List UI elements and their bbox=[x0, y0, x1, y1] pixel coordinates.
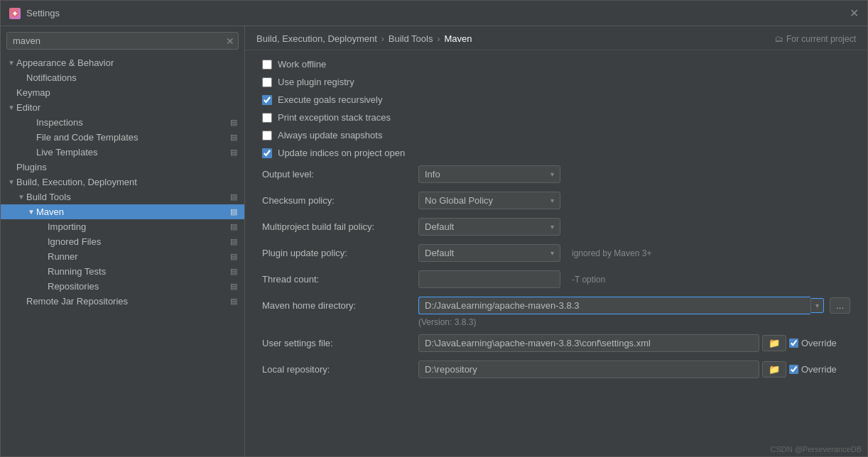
use-plugin-registry-label[interactable]: Use plugin registry bbox=[278, 77, 354, 87]
output-level-dropdown[interactable]: Info ▾ bbox=[418, 165, 560, 183]
local-repository-input[interactable] bbox=[418, 360, 759, 378]
project-icon: 🗂 bbox=[775, 34, 783, 44]
checksum-policy-control: No Global Policy ▾ bbox=[418, 192, 560, 209]
main-content: ✕ ▼ Appearance & Behavior Notifications bbox=[1, 26, 867, 456]
user-settings-file-control: 📁 Override bbox=[418, 334, 837, 352]
always-update-snapshots-label[interactable]: Always update snapshots bbox=[278, 130, 382, 141]
save-icon: ▤ bbox=[229, 237, 239, 246]
always-update-snapshots-checkbox[interactable] bbox=[262, 131, 272, 141]
local-repository-label: Local repository: bbox=[262, 364, 418, 375]
close-button[interactable]: ✕ bbox=[850, 8, 859, 19]
execute-goals-recursively-label[interactable]: Execute goals recursively bbox=[278, 94, 382, 105]
watermark: CSDN @PerseveranceDB bbox=[770, 445, 862, 453]
search-clear-icon[interactable]: ✕ bbox=[226, 35, 234, 47]
checkbox-row-update-indices: Update indices on project open bbox=[262, 148, 850, 158]
sidebar-item-running-tests[interactable]: Running Tests ▤ bbox=[1, 264, 244, 279]
plugin-update-hint: ignored by Maven 3+ bbox=[572, 248, 651, 258]
print-exception-stack-traces-checkbox[interactable] bbox=[262, 113, 272, 123]
titlebar: Settings ✕ bbox=[1, 1, 867, 26]
checkbox-row-work-offline: Work offline bbox=[262, 59, 850, 70]
plugin-update-policy-row: Plugin update policy: Default ▾ ignored … bbox=[262, 244, 850, 262]
sidebar-item-build-tools[interactable]: ▼ Build Tools ▤ bbox=[1, 189, 244, 204]
sidebar-item-appearance[interactable]: ▼ Appearance & Behavior bbox=[1, 55, 244, 70]
use-plugin-registry-checkbox[interactable] bbox=[262, 77, 272, 87]
user-settings-override-label[interactable]: Override bbox=[801, 338, 837, 348]
plugin-update-policy-dropdown[interactable]: Default ▾ bbox=[418, 244, 560, 262]
maven-home-directory-dropdown-arrow[interactable]: ▾ bbox=[810, 298, 824, 313]
sidebar-item-label: File and Code Templates bbox=[36, 132, 139, 143]
for-current-project-label: For current project bbox=[786, 34, 856, 44]
user-settings-file-row: User settings file: 📁 Override bbox=[262, 334, 850, 352]
maven-home-directory-value: D:/JavaLearning/apache-maven-3.8.3 bbox=[418, 297, 810, 314]
save-icon: ▤ bbox=[229, 267, 239, 276]
local-repository-row: Local repository: 📁 Override bbox=[262, 360, 850, 378]
save-icon: ▤ bbox=[229, 222, 239, 231]
execute-goals-recursively-checkbox[interactable] bbox=[262, 95, 272, 105]
update-indices-label[interactable]: Update indices on project open bbox=[278, 148, 405, 158]
update-indices-checkbox[interactable] bbox=[262, 148, 272, 158]
sidebar-item-build-execution-deployment[interactable]: ▼ Build, Execution, Deployment bbox=[1, 175, 244, 189]
for-current-project: 🗂 For current project bbox=[775, 34, 856, 44]
arrow-icon: ▼ bbox=[16, 193, 26, 201]
local-repository-browse-button[interactable]: 📁 bbox=[762, 361, 786, 378]
thread-count-control: -T option bbox=[418, 270, 605, 288]
maven-home-directory-browse-button[interactable]: ... bbox=[830, 297, 850, 314]
sidebar-item-repositories[interactable]: Repositories ▤ bbox=[1, 279, 244, 294]
print-exception-stack-traces-label[interactable]: Print exception stack traces bbox=[278, 112, 391, 123]
dropdown-arrow-icon: ▾ bbox=[550, 170, 554, 178]
thread-count-label: Thread count: bbox=[262, 274, 418, 285]
maven-home-directory-label: Maven home directory: bbox=[262, 300, 418, 311]
sidebar-item-live-templates[interactable]: Live Templates ▤ bbox=[1, 145, 244, 160]
local-repository-override-label[interactable]: Override bbox=[801, 364, 837, 375]
sidebar-item-label: Inspections bbox=[36, 117, 83, 128]
multiproject-dropdown[interactable]: Default ▾ bbox=[418, 218, 560, 236]
local-repository-override: Override bbox=[789, 364, 837, 375]
sidebar-item-maven[interactable]: ▼ Maven ▤ bbox=[1, 204, 244, 219]
sidebar-item-label: Live Templates bbox=[36, 147, 97, 158]
multiproject-build-fail-policy-row: Multiproject build fail policy: Default … bbox=[262, 218, 850, 236]
settings-area: Work offline Use plugin registry Execute… bbox=[245, 50, 867, 395]
svg-rect-2 bbox=[14, 11, 16, 16]
maven-home-directory-combo: D:/JavaLearning/apache-maven-3.8.3 ▾ bbox=[418, 297, 824, 314]
sidebar-item-label: Running Tests bbox=[48, 266, 106, 277]
checkbox-row-always-update-snapshots: Always update snapshots bbox=[262, 130, 850, 141]
user-settings-file-label: User settings file: bbox=[262, 338, 418, 348]
settings-area-wrapper: Work offline Use plugin registry Execute… bbox=[245, 50, 867, 456]
checksum-policy-dropdown[interactable]: No Global Policy ▾ bbox=[418, 192, 560, 209]
breadcrumb-separator: › bbox=[381, 34, 384, 44]
sidebar-item-label: Remote Jar Repositories bbox=[26, 296, 128, 307]
local-repository-override-checkbox[interactable] bbox=[789, 365, 798, 374]
checksum-policy-row: Checksum policy: No Global Policy ▾ bbox=[262, 192, 850, 209]
sidebar-item-plugins[interactable]: Plugins bbox=[1, 160, 244, 175]
sidebar-item-inspections[interactable]: Inspections ▤ bbox=[1, 115, 244, 130]
sidebar-item-file-code-templates[interactable]: File and Code Templates ▤ bbox=[1, 130, 244, 145]
sidebar-item-keymap[interactable]: Keymap bbox=[1, 85, 244, 100]
output-level-value: Info bbox=[425, 169, 440, 180]
work-offline-label[interactable]: Work offline bbox=[278, 59, 326, 70]
maven-home-directory-row: Maven home directory: D:/JavaLearning/ap… bbox=[262, 297, 850, 314]
sidebar-item-runner[interactable]: Runner ▤ bbox=[1, 249, 244, 264]
sidebar-item-importing[interactable]: Importing ▤ bbox=[1, 219, 244, 234]
window-title: Settings bbox=[26, 8, 60, 18]
save-icon: ▤ bbox=[229, 207, 239, 216]
search-input[interactable] bbox=[6, 32, 239, 50]
maven-home-directory-control: D:/JavaLearning/apache-maven-3.8.3 ▾ ... bbox=[418, 297, 850, 314]
sidebar-item-label: Repositories bbox=[48, 281, 99, 292]
save-icon: ▤ bbox=[229, 133, 239, 142]
arrow-icon: ▼ bbox=[6, 104, 16, 111]
work-offline-checkbox[interactable] bbox=[262, 60, 272, 70]
output-level-row: Output level: Info ▾ bbox=[262, 165, 850, 183]
user-settings-override-checkbox[interactable] bbox=[789, 338, 798, 348]
checksum-policy-label: Checksum policy: bbox=[262, 195, 418, 206]
sidebar-item-editor[interactable]: ▼ Editor bbox=[1, 100, 244, 115]
checkbox-row-use-plugin-registry: Use plugin registry bbox=[262, 77, 850, 87]
sidebar-item-notifications[interactable]: Notifications bbox=[1, 70, 244, 85]
sidebar-item-label: Editor bbox=[16, 102, 40, 113]
multiproject-value: Default bbox=[425, 221, 454, 232]
thread-count-input[interactable] bbox=[418, 270, 560, 288]
user-settings-file-input[interactable] bbox=[418, 334, 759, 352]
user-settings-file-browse-button[interactable]: 📁 bbox=[762, 335, 786, 351]
sidebar-item-remote-jar-repositories[interactable]: Remote Jar Repositories ▤ bbox=[1, 294, 244, 309]
sidebar-item-ignored-files[interactable]: Ignored Files ▤ bbox=[1, 234, 244, 249]
sidebar-item-label: Runner bbox=[48, 251, 78, 262]
